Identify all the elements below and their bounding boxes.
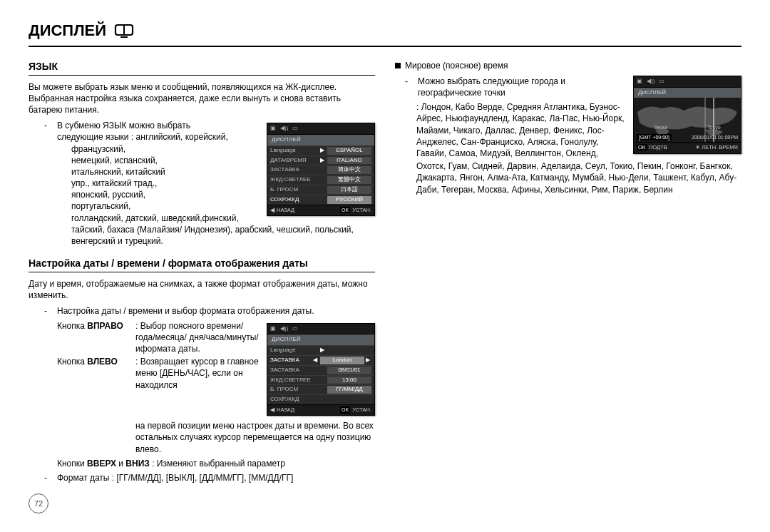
camera-icon: ▣	[270, 325, 276, 333]
section-rule	[29, 75, 375, 76]
lang-submenu-bullet: - В субменю ЯЗЫК можно выбрать следующие…	[44, 120, 261, 143]
lcd-worldtime-screenshot: ▣ ◀)) ▭ ДИСПЛЕЙ	[633, 76, 741, 154]
right-column: Мировое (поясное) время ▣ ◀)) ▭ ДИСПЛЕЙ	[395, 54, 741, 484]
date-format-bullet: - Формат даты : [ГГ/ММ/ДД], [ВЫКЛ], [ДД/…	[44, 472, 375, 484]
title-rule	[29, 46, 741, 47]
lcd-topbar: ▣ ◀)) ▭	[267, 324, 374, 335]
lcd-header: ДИСПЛЕЙ	[267, 135, 374, 145]
sound-icon: ◀))	[280, 325, 288, 333]
world-map: Seoul Tokyo [GMT +09:00] 2008/01/01 01:0…	[634, 98, 741, 142]
page-title-text: ДИСПЛЕЙ	[29, 20, 106, 41]
camera-icon: ▣	[270, 125, 276, 133]
lang-intro: Вы можете выбрать язык меню и сообщений,…	[29, 81, 375, 116]
left-column: ЯЗЫК Вы можете выбрать язык меню и сообщ…	[29, 54, 375, 484]
world-cities-bullet: - Можно выбрать следующие города и геогр…	[405, 76, 627, 98]
display-tab-icon: ▭	[292, 325, 298, 333]
lcd-datetime-screenshot: ▣ ◀)) ▭ ДИСПЛЕЙ Language▶ ЗАСТАВКА◀Londo…	[267, 323, 375, 416]
display-icon	[113, 23, 135, 39]
page-title: ДИСПЛЕЙ	[29, 20, 741, 41]
world-time-heading: Мировое (поясное) время	[395, 60, 741, 71]
button-right-desc: Кнопка ВПРАВО : Выбор поясного времени/г…	[57, 320, 261, 355]
datetime-intro: Дату и время, отображаемые на снимках, а…	[29, 278, 375, 301]
lang-heading: ЯЗЫК	[29, 60, 375, 73]
button-updown-desc: Кнопки ВВЕРХ и ВНИЗ : Изменяют выбранный…	[57, 458, 375, 469]
square-bullet-icon	[395, 63, 401, 68]
sound-icon: ◀))	[647, 78, 654, 86]
cities-list-2: Охотск, Гуам, Сидней, Дарвин, Аделаида, …	[416, 160, 741, 195]
camera-icon: ▣	[637, 78, 642, 86]
section-rule-2	[29, 272, 375, 272]
lcd-language-screenshot: ▣ ◀)) ▭ ДИСПЛЕЙ Language▶ESPAÑOL ДАТА/ВР…	[267, 123, 375, 216]
dst-icon: ☀	[695, 144, 700, 150]
datetime-heading: Настройка даты / времени / формата отобр…	[29, 257, 375, 270]
button-left-desc: Кнопка ВЛЕВО : Возвращает курсор в главн…	[57, 356, 261, 391]
lcd-topbar: ▣ ◀)) ▭	[267, 123, 374, 135]
sound-icon: ◀))	[280, 125, 288, 133]
lang-tail: голландский, датский, шведский,финский, …	[71, 213, 375, 247]
datetime-bullet: - Настройка даты / времени и выбор форма…	[44, 305, 375, 317]
button-left-cont: на первой позиции меню настроек даты и в…	[135, 420, 375, 455]
display-tab-icon: ▭	[292, 125, 298, 133]
display-tab-icon: ▭	[659, 78, 664, 86]
lcd-header: ДИСПЛЕЙ	[267, 334, 374, 345]
page-number: 72	[29, 493, 741, 513]
